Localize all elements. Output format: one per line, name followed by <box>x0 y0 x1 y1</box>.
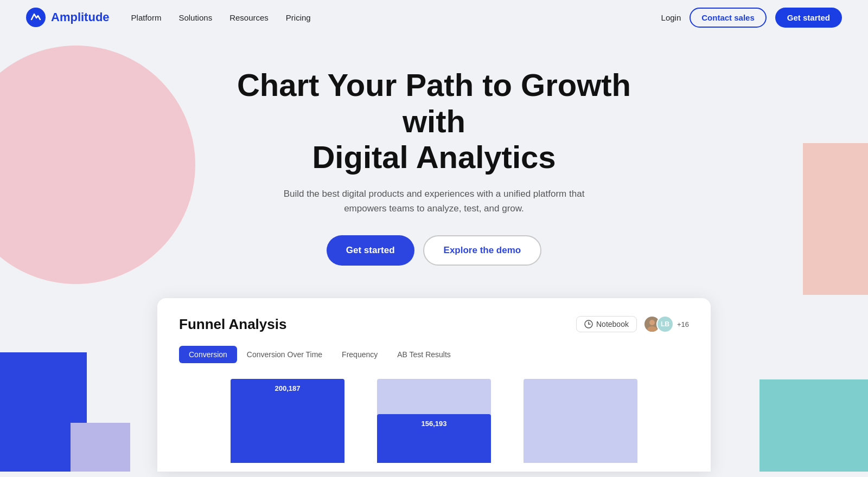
svg-point-5 <box>649 320 655 325</box>
notebook-button[interactable]: Notebook <box>576 316 637 332</box>
hero-content: Chart Your Path to Growth with Digital A… <box>0 67 868 266</box>
get-started-nav-button[interactable]: Get started <box>775 8 842 28</box>
nav-pricing[interactable]: Pricing <box>286 13 311 22</box>
logo-text: Amplitude <box>51 10 110 24</box>
tab-conversion[interactable]: Conversion <box>179 346 237 363</box>
funnel-actions: Notebook LB +16 <box>576 315 689 333</box>
bar-2-value: 156,193 <box>422 414 447 428</box>
login-button[interactable]: Login <box>661 13 681 22</box>
navbar-right: Login Contact sales Get started <box>661 8 842 28</box>
bar-1: 200,187 <box>231 379 344 463</box>
bar-1-value: 200,187 <box>275 379 301 392</box>
chart-area: 200,187 156,193 <box>179 376 689 463</box>
notebook-icon <box>584 320 593 328</box>
avatar-count: +16 <box>677 320 689 328</box>
tab-conversion-over-time[interactable]: Conversion Over Time <box>237 346 332 363</box>
avatar-initials: LB <box>656 315 674 333</box>
logo[interactable]: Amplitude <box>26 8 110 27</box>
amplitude-logo-icon <box>26 8 46 27</box>
tab-ab-test-results[interactable]: AB Test Results <box>387 346 461 363</box>
contact-sales-button[interactable]: Contact sales <box>690 8 767 28</box>
nav-links: Platform Solutions Resources Pricing <box>131 13 311 22</box>
nav-platform[interactable]: Platform <box>131 13 162 22</box>
hero-get-started-button[interactable]: Get started <box>327 235 414 266</box>
hero-title: Chart Your Path to Growth with Digital A… <box>222 67 646 176</box>
notebook-label: Notebook <box>596 320 629 328</box>
tab-frequency[interactable]: Frequency <box>332 346 387 363</box>
bar-2: 156,193 <box>377 379 491 463</box>
hero-subtitle: Build the best digital products and expe… <box>271 186 597 216</box>
nav-solutions[interactable]: Solutions <box>178 13 212 22</box>
navbar: Amplitude Platform Solutions Resources P… <box>0 0 868 35</box>
nav-resources[interactable]: Resources <box>229 13 269 22</box>
hero-buttons: Get started Explore the demo <box>0 235 868 266</box>
funnel-card-wrapper: Funnel Analysis Notebook <box>0 298 868 472</box>
navbar-left: Amplitude Platform Solutions Resources P… <box>26 8 311 27</box>
funnel-header: Funnel Analysis Notebook <box>179 315 689 333</box>
funnel-card: Funnel Analysis Notebook <box>157 298 711 472</box>
bar-3 <box>524 379 637 463</box>
avatars: LB +16 <box>643 315 689 333</box>
hero-section: Chart Your Path to Growth with Digital A… <box>0 35 868 472</box>
hero-explore-demo-button[interactable]: Explore the demo <box>423 235 542 266</box>
funnel-title: Funnel Analysis <box>179 316 286 333</box>
funnel-tabs: Conversion Conversion Over Time Frequenc… <box>179 346 689 363</box>
